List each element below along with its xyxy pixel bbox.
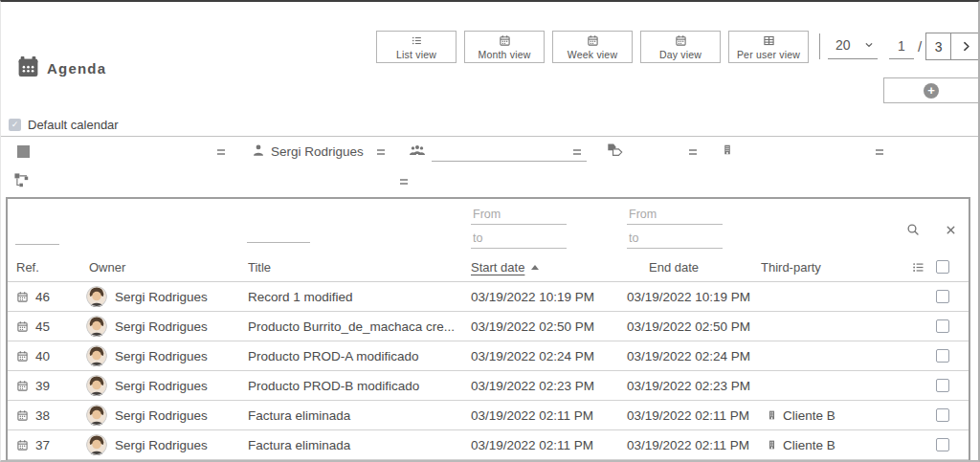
month-view-button[interactable]: Month view [464,31,545,63]
ref-filter-input[interactable] [15,228,59,245]
column-header-end-date[interactable]: End date [619,260,755,275]
column-header-start-date[interactable]: Start date [463,260,619,275]
row-checkbox[interactable] [936,290,949,303]
owner-name: Sergi Rodrigues [115,319,208,334]
event-calendar-icon [16,291,29,303]
owner-name: Sergi Rodrigues [115,349,208,363]
ref-value: 46 [35,290,50,304]
per-user-view-button[interactable]: Per user view [728,31,809,63]
default-calendar-checkbox[interactable]: ✓ [9,119,21,131]
avatar [86,434,107,455]
end-date: 03/19/2022 02:50 PM [619,319,755,334]
avatar [86,345,107,366]
event-title: Factura eliminada [239,438,463,452]
grid-table-icon [763,34,775,47]
default-calendar-label: Default calendar [28,118,119,132]
event-title: Producto PROD-B modificado [239,379,463,393]
row-checkbox[interactable] [936,408,949,422]
section-divider [1,136,978,137]
end-date: 03/19/2022 02:23 PM [619,379,755,393]
total-pages-box: 3 [925,33,951,60]
column-header-third-party[interactable]: Third-party [755,260,903,275]
start-date-label: Start date [471,260,524,275]
per-user-view-label: Per user view [737,49,800,60]
attendees-filter-input[interactable] [432,143,587,162]
hierarchy-icon [13,172,30,188]
select-all-checkbox[interactable] [936,260,949,274]
page-title: Agenda [47,60,106,77]
row-checkbox[interactable] [936,349,949,363]
ref-value: 39 [35,379,50,393]
pagination: 20 / 3 [828,33,980,60]
owner-name: Sergi Rodrigues [115,379,208,393]
start-date-from-input[interactable] [471,205,567,225]
end-date-from-input[interactable] [627,205,723,225]
third-party: Cliente B [783,438,835,452]
column-settings-icon[interactable] [911,260,925,275]
end-date-to-input[interactable] [627,229,723,249]
row-checkbox[interactable] [936,379,949,392]
start-date: 03/19/2022 02:11 PM [463,438,619,452]
column-header-title[interactable]: Title [239,260,463,275]
equals-filter-icon [573,149,581,155]
third-party: Cliente B [783,408,835,423]
next-page-button[interactable] [950,33,980,60]
row-checkbox[interactable] [936,438,949,451]
owner-name: Sergi Rodrigues [115,438,208,452]
start-date: 03/19/2022 02:11 PM [463,408,619,423]
toolbar-divider [819,33,820,59]
page-size-select[interactable]: 20 [828,34,878,59]
owner-filter-value[interactable]: Sergi Rodrigues [271,144,364,159]
page-size-value: 20 [835,37,851,53]
person-icon [251,143,266,158]
event-title: Producto PROD-A modificado [239,349,463,363]
event-calendar-icon [16,380,29,392]
sort-ascending-icon [531,265,539,270]
ref-value: 45 [35,319,50,334]
end-date: 03/19/2022 02:11 PM [619,438,755,452]
table-row[interactable]: 45 Sergi Rodrigues Producto Burrito_de_m… [8,312,969,341]
row-checkbox[interactable] [936,319,949,333]
event-title: Record 1 modified [239,290,463,304]
list-view-button[interactable]: List view [376,31,457,63]
table-row[interactable]: 40 Sergi Rodrigues Producto PROD-A modif… [8,341,969,371]
chevron-right-icon [960,40,972,53]
month-view-label: Month view [478,49,530,60]
add-event-button[interactable]: + [883,77,979,103]
title-filter-input[interactable] [247,226,310,243]
agenda-calendar-icon [16,55,40,78]
table-row[interactable]: 39 Sergi Rodrigues Producto PROD-B modif… [8,371,969,401]
week-calendar-icon [587,34,599,47]
day-view-label: Day view [659,49,702,60]
day-view-button[interactable]: Day view [640,31,721,63]
current-page-input[interactable] [889,34,914,59]
table-row[interactable]: 38 Sergi Rodrigues Factura eliminada 03/… [8,401,969,430]
equals-filter-icon [689,149,697,155]
day-calendar-icon [675,34,687,47]
table-row[interactable]: 46 Sergi Rodrigues Record 1 modified 03/… [8,282,969,312]
start-date-to-input[interactable] [471,229,567,249]
table-header-row: Ref. Owner Title Start date End date Thi… [8,253,969,282]
column-header-ref[interactable]: Ref. [8,260,80,275]
event-title: Producto Burrito_de_machaca cre... [239,319,463,334]
list-view-label: List view [396,49,436,60]
table-filter-row [8,199,969,253]
week-view-label: Week view [568,49,617,60]
color-swatch-icon [17,145,30,158]
table-row[interactable]: 37 Sergi Rodrigues Factura eliminada 03/… [8,430,969,460]
week-view-button[interactable]: Week view [552,31,633,63]
ref-value: 38 [35,408,50,423]
group-icon [409,143,426,158]
owner-name: Sergi Rodrigues [115,408,208,423]
chevron-down-icon [863,39,875,51]
equals-filter-icon [876,149,883,155]
start-date: 03/19/2022 02:23 PM [463,379,619,393]
column-header-owner[interactable]: Owner [80,260,239,275]
building-icon [722,143,733,157]
end-date: 03/19/2022 10:19 PM [619,290,755,304]
start-date: 03/19/2022 02:24 PM [463,349,619,363]
start-date: 03/19/2022 02:50 PM [463,319,619,334]
clear-filters-icon[interactable] [945,224,957,236]
search-icon[interactable] [905,222,921,237]
page-separator: / [918,38,922,55]
